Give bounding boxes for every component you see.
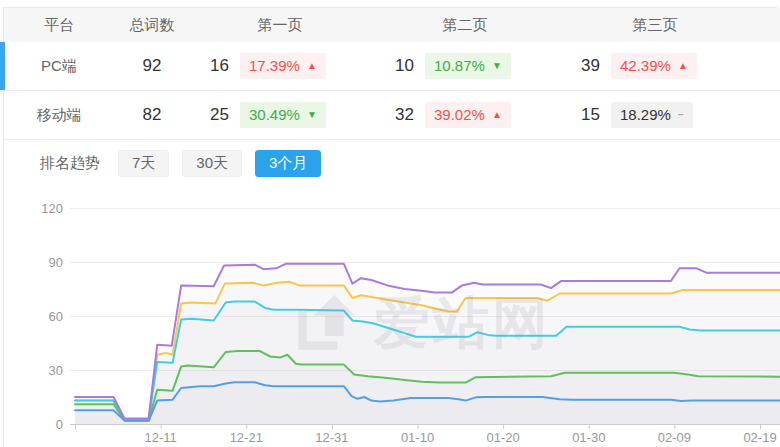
change-badge: 30.49%▼ bbox=[240, 102, 326, 129]
change-badge: 39.02%▲ bbox=[425, 102, 511, 129]
change-badge: 17.39%▲ bbox=[240, 53, 326, 80]
change-badge-cell: 42.39%▲ bbox=[603, 53, 750, 80]
trend-chart: 030609012012-1112-2112-3101-1001-2001-30… bbox=[0, 186, 780, 447]
page-word-count: 16 bbox=[190, 56, 232, 76]
svg-text:0: 0 bbox=[56, 417, 63, 432]
col-header-platform: 平台 bbox=[4, 16, 114, 35]
table-header-row: 平台 总词数 第一页 第二页 第三页 bbox=[4, 8, 780, 42]
change-percent: 10.87% bbox=[434, 57, 485, 76]
svg-text:30: 30 bbox=[49, 363, 63, 378]
svg-text:01-20: 01-20 bbox=[487, 430, 520, 445]
svg-text:90: 90 bbox=[49, 255, 63, 270]
svg-text:12-31: 12-31 bbox=[315, 430, 348, 445]
tab-7-days[interactable]: 7天 bbox=[118, 150, 169, 177]
svg-text:01-10: 01-10 bbox=[401, 430, 434, 445]
page-word-count: 25 bbox=[190, 105, 232, 125]
trend-section-label: 排名趋势 bbox=[40, 154, 100, 173]
page-word-count: 39 bbox=[560, 56, 603, 76]
col-header-total-words: 总词数 bbox=[114, 16, 190, 35]
platform-name: PC端 bbox=[4, 57, 114, 76]
x-axis-labels: 12-1112-2112-3101-1001-2001-3002-0902-19 bbox=[144, 430, 776, 445]
page-word-count: 15 bbox=[560, 105, 603, 125]
svg-text:12-11: 12-11 bbox=[144, 430, 176, 445]
up-arrow-icon: ▲ bbox=[678, 60, 688, 73]
svg-text:12-21: 12-21 bbox=[230, 430, 263, 445]
change-percent: 39.02% bbox=[434, 106, 485, 125]
up-arrow-icon: ▲ bbox=[307, 60, 317, 73]
col-header-page-2: 第二页 bbox=[370, 16, 560, 35]
change-badge-cell: 39.02%▲ bbox=[417, 102, 560, 129]
change-badge-cell: 18.29%− bbox=[603, 102, 750, 129]
change-percent: 42.39% bbox=[620, 57, 671, 76]
tab-3-months[interactable]: 3个月 bbox=[255, 150, 321, 177]
change-badge: 42.39%▲ bbox=[611, 53, 697, 80]
svg-text:02-19: 02-19 bbox=[743, 430, 776, 445]
table-row[interactable]: 移动端822530.49%▼3239.02%▲1518.29%− bbox=[4, 91, 780, 140]
change-badge: 18.29%− bbox=[611, 102, 693, 129]
platform-name: 移动端 bbox=[4, 106, 114, 125]
down-arrow-icon: ▼ bbox=[492, 60, 502, 73]
change-badge-cell: 30.49%▼ bbox=[232, 102, 370, 129]
up-arrow-icon: ▲ bbox=[492, 109, 502, 122]
table-row[interactable]: PC端921617.39%▲1010.87%▼3942.39%▲ bbox=[4, 42, 780, 91]
down-arrow-icon: ▼ bbox=[307, 109, 317, 122]
x-axis bbox=[70, 424, 780, 429]
svg-text:01-30: 01-30 bbox=[572, 430, 605, 445]
change-percent: 17.39% bbox=[249, 57, 300, 76]
svg-text:60: 60 bbox=[49, 309, 63, 324]
change-badge-cell: 17.39%▲ bbox=[232, 53, 370, 80]
page-word-count: 32 bbox=[370, 105, 417, 125]
change-badge: 10.87%▼ bbox=[425, 53, 511, 80]
tab-30-days[interactable]: 30天 bbox=[182, 150, 242, 177]
page-word-count: 10 bbox=[370, 56, 417, 76]
trend-range-tabs: 7天30天3个月 bbox=[118, 150, 334, 177]
total-words-count: 82 bbox=[114, 105, 190, 125]
col-header-page-3: 第三页 bbox=[560, 16, 750, 35]
total-words-count: 92 bbox=[114, 56, 190, 76]
change-percent: 30.49% bbox=[249, 106, 300, 125]
y-axis-labels: 0306090120 bbox=[41, 201, 63, 432]
col-header-page-1: 第一页 bbox=[190, 16, 370, 35]
keyword-rank-table: 平台 总词数 第一页 第二页 第三页 PC端921617.39%▲1010.87… bbox=[4, 8, 780, 140]
table-body: PC端921617.39%▲1010.87%▼3942.39%▲移动端82253… bbox=[4, 42, 780, 140]
svg-text:02-09: 02-09 bbox=[658, 430, 691, 445]
change-badge-cell: 10.87%▼ bbox=[417, 53, 560, 80]
trend-chart-canvas: 030609012012-1112-2112-3101-1001-2001-30… bbox=[0, 186, 780, 447]
trend-toolbar: 排名趋势 7天30天3个月 bbox=[4, 141, 780, 186]
change-percent: 18.29% bbox=[620, 106, 671, 125]
flat-arrow-icon: − bbox=[678, 109, 684, 122]
svg-text:120: 120 bbox=[41, 201, 63, 216]
